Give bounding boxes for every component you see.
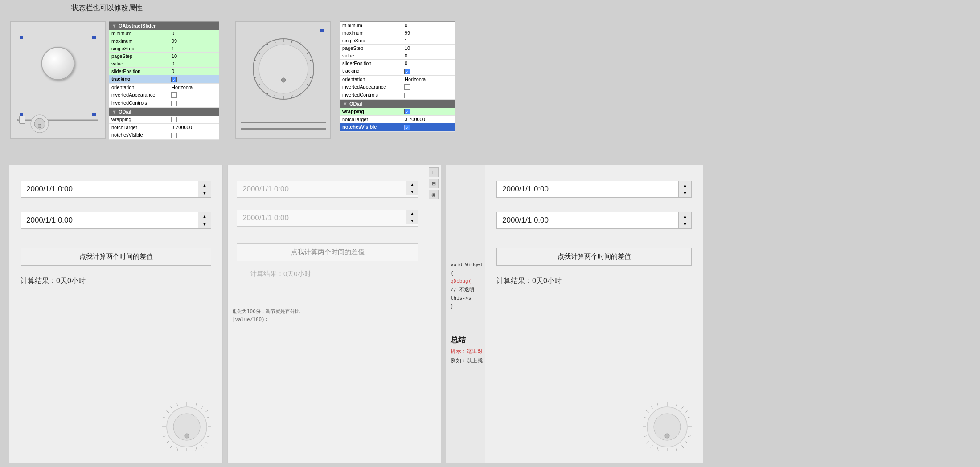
code-comment: // 不透明 <box>451 286 483 294</box>
calc-button-3[interactable]: 点我计算两个时间的差值 <box>496 248 692 266</box>
checkbox-unchecked[interactable] <box>404 84 410 90</box>
corner-dot <box>20 36 23 39</box>
checkbox-checked[interactable]: ✓ <box>171 77 177 82</box>
prop-key: value <box>340 52 402 59</box>
datetime-display-2[interactable]: 2000/1/1 0:00 <box>21 212 198 228</box>
svg-line-41 <box>196 447 197 451</box>
datetime-spinners-5: ▲ ▼ <box>678 181 691 197</box>
collapse-arrow-r[interactable]: ▼ <box>343 101 348 106</box>
prop-val: 3.700000 <box>169 124 219 131</box>
svg-point-2 <box>38 124 41 128</box>
svg-line-67 <box>688 417 691 418</box>
datetime-row-6: 2000/1/1 0:00 ▲ ▼ <box>496 212 692 229</box>
spinner-down-5[interactable]: ▼ <box>679 189 691 197</box>
svg-line-66 <box>644 436 647 437</box>
checkbox-unchecked[interactable] <box>404 93 410 98</box>
spinner-up-5[interactable]: ▲ <box>679 181 691 189</box>
svg-line-62 <box>676 403 677 406</box>
datetime-display-4[interactable]: 2000/1/1 0:00 <box>237 210 406 226</box>
datetime-row-3: 2000/1/1 0:00 ▲ ▼ <box>237 181 418 198</box>
prop-row-track-r: tracking ✓ <box>340 67 455 76</box>
datetime-display-3[interactable]: 2000/1/1 0:00 <box>237 181 406 197</box>
prop-val: 10 <box>402 45 455 52</box>
page-title: 状态栏也可以修改属性 <box>71 4 143 13</box>
prop-row-notchtarget: notchTarget 3.700000 <box>109 124 219 131</box>
datetime-row-5: 2000/1/1 0:00 ▲ ▼ <box>496 181 692 198</box>
prop-row-val-r: value 0 <box>340 52 455 60</box>
spinner-down-1[interactable]: ▼ <box>198 189 211 197</box>
datetime-spinners-2: ▲ ▼ <box>198 212 211 228</box>
datetime-display-1[interactable]: 2000/1/1 0:00 <box>21 181 198 197</box>
calc-button-1[interactable]: 点我计算两个时间的差值 <box>21 248 211 266</box>
svg-line-36 <box>170 445 172 448</box>
collapse-arrow-2[interactable]: ▼ <box>112 109 117 114</box>
prop-row-wrap-r: wrapping ✓ <box>340 108 455 116</box>
checkbox-unchecked[interactable] <box>171 92 177 98</box>
prop-val <box>402 91 455 99</box>
spinner-down-2[interactable]: ▼ <box>198 220 211 228</box>
spinner-up-2[interactable]: ▲ <box>198 212 211 220</box>
result-text-1: 计算结果：0天0小时 <box>21 276 86 286</box>
datetime-group-3: 2000/1/1 0:00 ▲ ▼ <box>237 181 418 198</box>
calc-button-area-2: 点我计算两个时间的差值 <box>237 243 418 261</box>
slider-handle[interactable] <box>19 116 25 124</box>
prop-key: tracking <box>340 67 402 75</box>
svg-line-42 <box>163 417 166 418</box>
checkbox-checked[interactable]: ✓ <box>404 69 410 74</box>
icon-eye[interactable]: ◉ <box>429 190 439 199</box>
checkbox-unchecked[interactable] <box>171 133 177 138</box>
prop-val: ✓ <box>169 75 219 83</box>
datetime-spinners-3: ▲ ▼ <box>406 181 418 197</box>
icon-tile[interactable]: ⊞ <box>429 179 439 188</box>
prop-header-qdial-r: ▼ QDial <box>340 100 455 108</box>
checkbox-unchecked[interactable] <box>171 117 177 122</box>
spinner-down-4[interactable]: ▼ <box>406 217 418 224</box>
prop-val <box>169 91 219 99</box>
code-void: void Widget <box>451 261 483 269</box>
prop-val: 10 <box>169 53 219 60</box>
spinner-up-6[interactable]: ▲ <box>679 212 691 220</box>
checkbox-checked-blue[interactable]: ✓ <box>404 125 410 130</box>
corner-dot <box>92 36 96 39</box>
datetime-row-1: 2000/1/1 0:00 ▲ ▼ <box>21 181 211 198</box>
prop-key: pageStep <box>340 45 402 52</box>
prop-row-tracking: tracking ✓ <box>109 75 219 84</box>
svg-line-61 <box>657 403 658 406</box>
code-line-2: |value/100); <box>232 316 416 324</box>
svg-line-43 <box>163 436 166 437</box>
datetime-group-4: 2000/1/1 0:00 ▲ ▼ <box>237 210 418 227</box>
svg-line-64 <box>676 447 677 451</box>
code-this: this->s <box>451 294 483 303</box>
prop-key: invertedControls <box>109 99 169 107</box>
svg-line-59 <box>651 445 653 448</box>
prop-row-orientation: orientation Horizontal <box>109 84 219 91</box>
prop-row-maximum: maximum 99 <box>109 37 219 45</box>
spinner-up-4[interactable]: ▲ <box>406 210 418 217</box>
spinner-down-3[interactable]: ▼ <box>406 188 418 195</box>
prop-key: pageStep <box>109 53 169 60</box>
prop-key: invertedAppearance <box>109 91 169 99</box>
datetime-display-6[interactable]: 2000/1/1 0:00 <box>497 212 678 228</box>
spinner-down-6[interactable]: ▼ <box>679 220 691 228</box>
calc-button-2[interactable]: 点我计算两个时间的差值 <box>237 243 418 261</box>
prop-key: orientation <box>340 76 402 83</box>
icon-minimize[interactable]: □ <box>429 167 439 177</box>
svg-line-39 <box>196 403 197 406</box>
datetime-display-5[interactable]: 2000/1/1 0:00 <box>497 181 678 197</box>
prop-key: notchesVisible <box>109 131 169 139</box>
svg-line-55 <box>646 410 649 413</box>
prop-key: singleStep <box>340 37 402 44</box>
prop-key: wrapping <box>109 116 169 124</box>
dial-notched <box>250 36 317 102</box>
datetime-spinners-4: ▲ ▼ <box>406 210 418 226</box>
collapse-arrow[interactable]: ▼ <box>112 23 117 28</box>
prop-key: value <box>109 60 169 67</box>
checkbox-unchecked[interactable] <box>171 101 177 106</box>
datetime-row-4: 2000/1/1 0:00 ▲ ▼ <box>237 210 418 227</box>
svg-line-58 <box>685 441 688 443</box>
spinner-up-1[interactable]: ▲ <box>198 181 211 189</box>
prop-val: 1 <box>402 37 455 44</box>
spinner-up-3[interactable]: ▲ <box>406 181 418 188</box>
prop-val <box>402 83 455 91</box>
checkbox-checked[interactable]: ✓ <box>404 109 410 114</box>
